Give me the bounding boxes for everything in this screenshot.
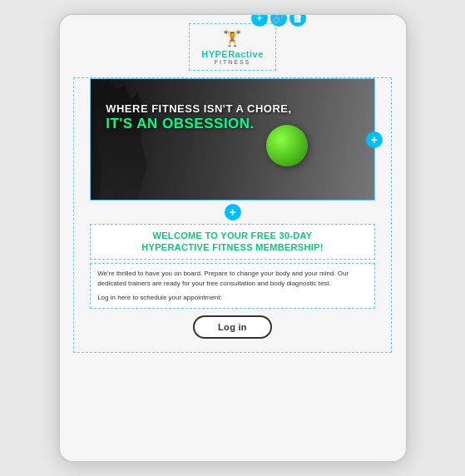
logo-text-main: HYPERactive [201, 49, 264, 59]
hero-line2: IT'S AN OBSESSION. [106, 116, 291, 132]
hero-image: WHERE FITNESS ISN'T A CHORE, IT'S AN OBS… [91, 79, 374, 200]
logo-active: active [235, 49, 264, 59]
logo-section: 🏋 HYPERactive FITNESS + 🔗 🗑 [189, 23, 276, 71]
logo-hyper: HYPER [201, 49, 235, 59]
welcome-title: WELCOME TO YOUR FREE 30-DAY HYPERACTIVE … [97, 230, 368, 254]
add-below-hero: + [74, 204, 391, 221]
add-block-button[interactable]: + [251, 13, 268, 27]
email-wrapper: 🏋 HYPERactive FITNESS + 🔗 🗑 [60, 15, 406, 461]
hero-add-right-button[interactable]: + [366, 131, 383, 148]
login-button[interactable]: Log in [193, 315, 272, 339]
body-paragraph: We're thrilled to have you on board. Pre… [97, 269, 368, 289]
body-cta: Log in here to schedule your appointment… [97, 293, 368, 303]
login-section: Log in [74, 315, 391, 339]
hero-text-overlay: WHERE FITNESS ISN'T A CHORE, IT'S AN OBS… [106, 102, 291, 132]
log-in-cta-text: Log in here to schedule your appointment… [97, 294, 221, 301]
logo-dashed-border: 🏋 HYPERactive FITNESS [189, 23, 276, 71]
barbell-icon: 🏋 [223, 29, 241, 47]
add-below-hero-button[interactable]: + [225, 204, 241, 221]
logo-fitness: FITNESS [215, 59, 251, 65]
email-content-area: WHERE FITNESS ISN'T A CHORE, IT'S AN OBS… [73, 77, 392, 353]
welcome-section: WELCOME TO YOUR FREE 30-DAY HYPERACTIVE … [90, 224, 375, 260]
hero-section: WHERE FITNESS ISN'T A CHORE, IT'S AN OBS… [90, 78, 375, 201]
toolbar-icons: + 🔗 🗑 [251, 13, 306, 27]
device-frame: 🏋 HYPERactive FITNESS + 🔗 🗑 [58, 13, 408, 463]
hero-line1: WHERE FITNESS ISN'T A CHORE, [106, 102, 291, 116]
body-section: We're thrilled to have you on board. Pre… [90, 263, 375, 309]
link-button[interactable]: 🔗 [270, 13, 287, 27]
delete-button[interactable]: 🗑 [289, 13, 306, 27]
